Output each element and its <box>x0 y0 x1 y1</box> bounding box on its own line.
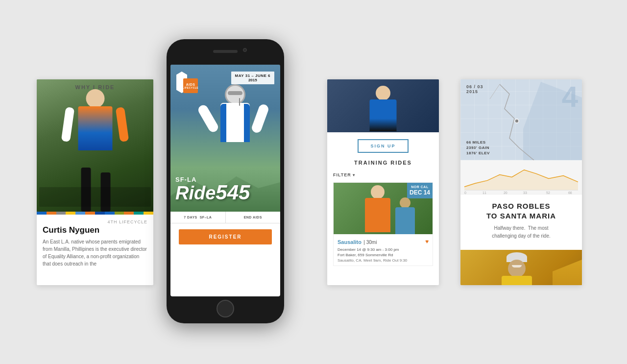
ride-date: December 14 @ 9:30 am - 3:00 pm <box>338 247 429 252</box>
route-photo <box>460 250 582 285</box>
logo-lifecycle-text: LIFECYCLE <box>183 86 198 89</box>
scene: WHY I RIDE <box>0 0 627 364</box>
phone-date-range: MAY 31 – JUNE 6 <box>235 73 270 78</box>
route-stats: 66 MILES 2393' GAIN 1876' ELEV <box>466 140 490 156</box>
filter-bar: FILTER <box>327 170 439 182</box>
ride-desc: Sausalito, CA. Meet 9am, Ride Out 9:30 <box>338 258 429 263</box>
svg-text:33: 33 <box>523 191 527 194</box>
ride-location: Fort Baker, 659 Sommerville Rd <box>338 253 429 257</box>
phone-nav-7days: 7 DAYS SF–LA <box>170 212 226 223</box>
route-lower-text: PASO ROBLES TO SANTA MARIA Halfway there… <box>460 194 582 250</box>
rider-bio: An East L.A. native whose parents emigra… <box>43 238 147 267</box>
route-title-line2: TO SANTA MARIA <box>486 212 556 220</box>
svg-text:11: 11 <box>482 191 486 194</box>
signup-button[interactable]: SIGN UP <box>358 139 408 153</box>
svg-text:52: 52 <box>546 191 550 194</box>
phone-date-year: 2015 <box>235 78 270 82</box>
lifecycle-label: 4TH LIFECYCLE <box>43 219 147 224</box>
phone-screen: AIDS LIFECYCLE MAY 31 – JUNE 6 2015 SF-L… <box>170 65 280 296</box>
why-i-ride-header: WHY I RIDE <box>37 84 153 90</box>
phone-nav-bar: 7 DAYS SF–LA END AIDS <box>170 212 280 223</box>
badge-region: NOR CAL <box>409 185 431 189</box>
route-day-number: 4 <box>562 82 578 112</box>
aids-lifecycle-logo: AIDS LIFECYCLE <box>176 72 198 93</box>
ride-545-text: Ride545 <box>175 183 250 202</box>
svg-text:66: 66 <box>568 191 572 194</box>
phone-home-button[interactable] <box>217 300 234 317</box>
svg-point-0 <box>515 119 519 123</box>
svg-text:20: 20 <box>504 191 507 194</box>
route-title: PASO ROBLES TO SANTA MARIA <box>469 201 573 220</box>
training-top-photo <box>327 79 439 132</box>
color-bar <box>37 212 153 215</box>
phone-title-overlay: SF-LA Ride545 <box>175 176 250 202</box>
ride-distance: | 30mi <box>363 240 377 245</box>
badge-date: DEC 14 <box>409 189 431 196</box>
phone-hero: AIDS LIFECYCLE MAY 31 – JUNE 6 2015 SF-L… <box>170 65 280 212</box>
heart-icon[interactable]: ♥ <box>425 238 429 245</box>
card-why-i-ride: WHY I RIDE <box>37 79 153 285</box>
stat-gain: 2393' GAIN <box>466 146 490 150</box>
phone-frame: AIDS LIFECYCLE MAY 31 – JUNE 6 2015 SF-L… <box>167 39 284 323</box>
training-section-title: TRAINING RIDES <box>327 160 439 166</box>
nor-cal-badge: NOR CAL DEC 14 <box>407 183 433 198</box>
route-desc: Halfway there. The mostchallenging day o… <box>469 224 573 240</box>
phone-speaker <box>213 50 238 53</box>
logo-aids-text: AIDS <box>186 83 195 86</box>
ride-name-row: Sausalito | 30mi ♥ <box>338 237 429 246</box>
card-training: SIGN UP TRAINING RIDES FILTER <box>327 79 439 285</box>
ride-card: NOR CAL DEC 14 Sausalito | 30mi ♥ Decemb… <box>333 182 433 266</box>
ride-info: Sausalito | 30mi ♥ December 14 @ 9:30 am… <box>334 234 433 266</box>
route-chart-area: 0 11 20 33 52 66 <box>460 160 582 194</box>
ride-photo: NOR CAL DEC 14 <box>334 183 433 234</box>
ride-name: Sausalito <box>338 239 362 245</box>
signup-btn-wrap: SIGN UP <box>327 132 439 160</box>
phone-camera <box>243 48 247 52</box>
stat-miles: 66 MILES <box>466 140 490 145</box>
rider-name: Curtis Nyguen <box>43 225 147 235</box>
phone-register-button[interactable]: REGISTER <box>179 229 272 244</box>
stat-elev: 1876' ELEV <box>466 151 490 155</box>
why-i-ride-photo <box>37 79 153 212</box>
route-date-overlay: 06 / 03 2015 <box>466 84 483 94</box>
route-map-area: 4 06 / 03 2015 66 MILES 2393' GAIN 1876'… <box>460 79 582 160</box>
why-i-ride-lower: 4TH LIFECYCLE Curtis Nyguen An East L.A.… <box>37 215 153 271</box>
phone-date-box: MAY 31 – JUNE 6 2015 <box>231 72 274 84</box>
svg-text:0: 0 <box>464 191 466 194</box>
filter-label[interactable]: FILTER <box>333 172 355 177</box>
phone-nav-endaids: END AIDS <box>226 212 281 223</box>
card-route: 4 06 / 03 2015 66 MILES 2393' GAIN 1876'… <box>460 79 582 285</box>
route-title-line1: PASO ROBLES <box>492 202 550 210</box>
